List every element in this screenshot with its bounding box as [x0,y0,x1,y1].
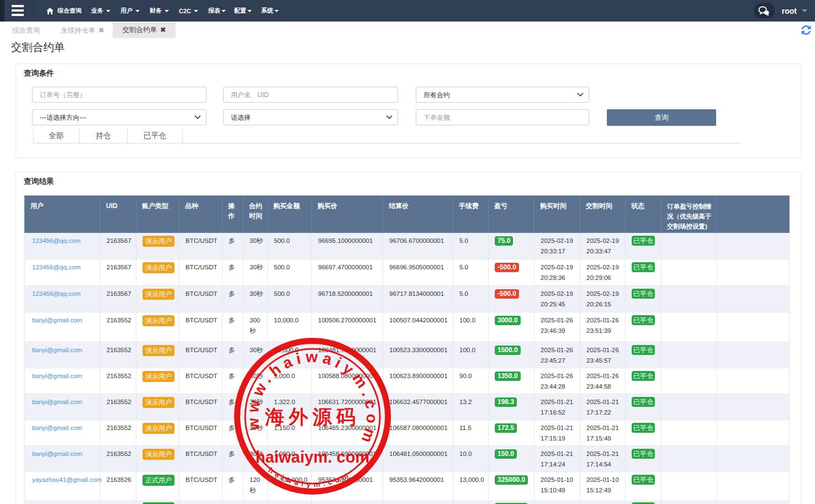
svg-text:www.haiwaiym.com: www.haiwaiym.com [244,348,380,449]
svg-text:haiwaiym. com: haiwaiym. com [256,448,369,466]
svg-text:海外源码: 海外源码 [264,406,360,428]
